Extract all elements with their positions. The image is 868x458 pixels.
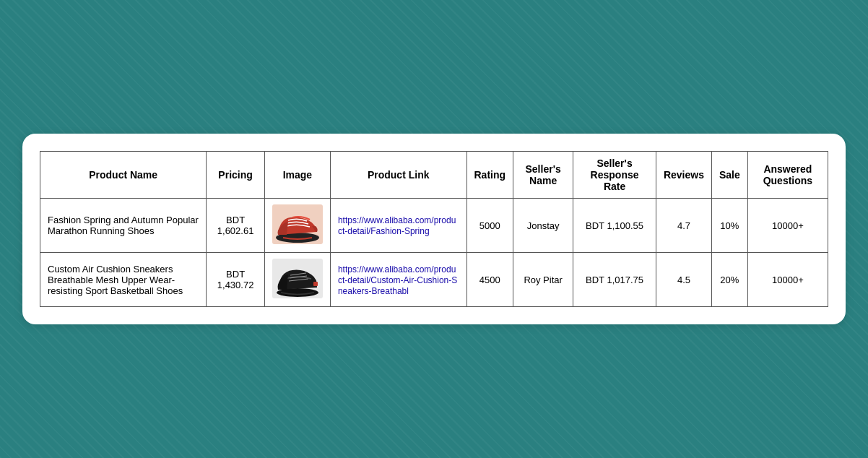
table-row: Fashion Spring and Autumn Popular Marath… [40,199,828,253]
answered-questions-cell: 10000+ [747,253,828,307]
sale-cell: 10% [711,199,747,253]
svg-rect-7 [313,282,318,286]
rating-cell: 5000 [466,199,513,253]
response-rate-cell: BDT 1,100.55 [573,199,656,253]
product-link[interactable]: https://www.alibaba.com/product-detail/F… [338,215,456,236]
product-image-red-shoe [272,204,323,244]
reviews-cell: 4.7 [656,199,711,253]
pricing-cell: BDT 1,602.61 [207,199,265,253]
image-cell [264,199,330,253]
product-name-cell: Fashion Spring and Autumn Popular Marath… [40,199,207,253]
pricing-cell: BDT 1,430.72 [207,253,265,307]
seller-name-cell: Jonstay [513,199,573,253]
rating-cell: 4500 [466,253,513,307]
products-table: Product Name Pricing Image Product Link … [40,151,828,307]
col-header-product-link: Product Link [330,152,466,199]
product-name-cell: Custom Air Cushion Sneakers Breathable M… [40,253,207,307]
reviews-cell: 4.5 [656,253,711,307]
product-link[interactable]: https://www.alibaba.com/product-detail/C… [338,264,457,296]
col-header-image: Image [264,152,330,199]
col-header-response-rate: Seller's Response Rate [573,152,656,199]
main-card: Product Name Pricing Image Product Link … [22,134,846,324]
col-header-reviews: Reviews [656,152,711,199]
product-image-black-shoe [272,259,323,298]
col-header-answered-questions: Answered Questions [747,152,828,199]
col-header-product-name: Product Name [40,152,207,199]
sale-cell: 20% [711,253,747,307]
image-cell [264,253,330,307]
response-rate-cell: BDT 1,017.75 [573,253,656,307]
seller-name-cell: Roy Pitar [513,253,573,307]
answered-questions-cell: 10000+ [747,199,828,253]
col-header-seller-name: Seller's Name [513,152,573,199]
product-link-cell[interactable]: https://www.alibaba.com/product-detail/F… [330,199,466,253]
table-row: Custom Air Cushion Sneakers Breathable M… [40,253,828,307]
product-link-cell[interactable]: https://www.alibaba.com/product-detail/C… [330,253,466,307]
col-header-sale: Sale [711,152,747,199]
col-header-pricing: Pricing [207,152,265,199]
col-header-rating: Rating [466,152,513,199]
